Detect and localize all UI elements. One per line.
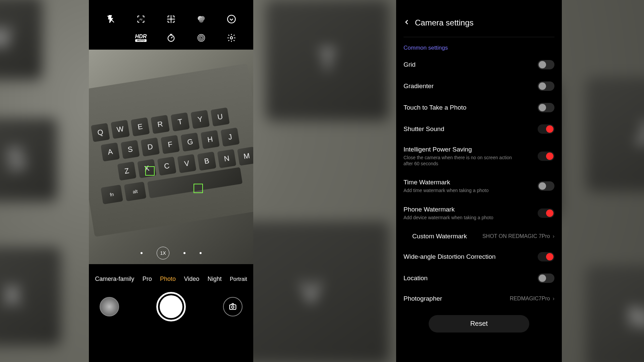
toggle-wide-angle[interactable] (538, 252, 554, 261)
focus-indicator (194, 184, 203, 193)
setting-title: Intelligent Power Saving (404, 146, 514, 153)
settings-header: Camera settings (404, 8, 554, 37)
filters-icon[interactable] (196, 13, 207, 25)
chevron-right-icon: › (553, 233, 554, 239)
svg-point-7 (227, 15, 235, 23)
flash-off-icon[interactable] (105, 13, 116, 25)
row-photographer[interactable]: Photographer REDMAGIC7Pro › (404, 289, 554, 308)
mode-strip: Camera-family Pro Photo Video Night Port… (89, 264, 253, 289)
motion-icon[interactable] (196, 32, 207, 44)
toggle-time-watermark[interactable] (538, 181, 554, 191)
mode-night[interactable]: Night (208, 276, 222, 283)
gallery-thumbnail[interactable] (100, 297, 119, 316)
camera-topbar: AI HDRAUTO (89, 0, 253, 47)
mode-portrait[interactable]: Portrait (230, 276, 247, 282)
hdr-auto-icon[interactable]: HDRAUTO (135, 32, 147, 44)
zoom-label: 1X (160, 250, 166, 256)
toggle-location[interactable] (538, 274, 554, 283)
svg-point-14 (232, 306, 234, 308)
camera-app: AI HDRAUTO /*rows drawn below manually*/ (89, 0, 253, 362)
custom-watermark-label: Custom Watermark (412, 233, 467, 240)
svg-text:AI: AI (140, 18, 143, 21)
svg-point-8 (168, 35, 174, 42)
shutter-button[interactable] (156, 292, 186, 321)
toggle-intelligent-power-saving[interactable] (538, 152, 554, 161)
photographer-value: REDMAGIC7Pro (510, 296, 550, 302)
svg-rect-13 (230, 305, 236, 309)
row-phone-watermark[interactable]: Phone WatermarkAdd device watermark when… (404, 200, 554, 227)
toggle-shutter-sound[interactable] (538, 124, 554, 134)
mode-photo[interactable]: Photo (160, 276, 176, 283)
camera-settings-panel: Camera settings Common settings GridGrad… (396, 0, 562, 362)
mode-pro[interactable]: Pro (143, 276, 152, 283)
setting-title: Grid (404, 61, 416, 68)
toggle-phone-watermark[interactable] (538, 208, 554, 218)
mode-video[interactable]: Video (184, 276, 200, 283)
focus-frame-icon[interactable] (165, 13, 177, 25)
svg-point-6 (199, 18, 204, 23)
custom-watermark-value: SHOT ON REDMAGIC 7Pro (482, 233, 550, 239)
ai-frame-icon[interactable]: AI (135, 13, 147, 25)
setting-subtitle: Add time watermark when taking a photo (404, 187, 489, 193)
row-location[interactable]: Location (404, 267, 554, 289)
setting-title: Touch to Take a Photo (404, 104, 467, 111)
row-time-watermark[interactable]: Time WatermarkAdd time watermark when ta… (404, 173, 554, 199)
row-grid[interactable]: Grid (404, 54, 554, 75)
focus-indicator (145, 166, 155, 176)
timer-icon[interactable] (165, 32, 177, 44)
section-common: Common settings (404, 45, 554, 51)
back-icon[interactable] (404, 18, 410, 27)
zoom-slider[interactable]: 1X (89, 247, 253, 259)
row-custom-watermark[interactable]: Custom Watermark SHOT ON REDMAGIC 7Pro › (404, 227, 554, 246)
wide-angle-label: Wide-angle Distortion Correction (404, 253, 496, 260)
flip-camera-button[interactable] (223, 297, 243, 316)
row-wide-angle[interactable]: Wide-angle Distortion Correction (404, 246, 554, 267)
toggle-gradienter[interactable] (538, 81, 554, 91)
toggle-touch-to-take-a-photo[interactable] (538, 103, 554, 112)
shutter-row (89, 289, 253, 331)
svg-point-9 (200, 37, 203, 39)
setting-subtitle: Close the camera when there is no on scr… (404, 155, 514, 167)
row-gradienter[interactable]: Gradienter (404, 75, 554, 97)
svg-point-10 (199, 36, 204, 40)
setting-title: Gradienter (404, 82, 434, 90)
more-dropdown-icon[interactable] (226, 13, 237, 25)
setting-title: Shutter Sound (404, 125, 444, 133)
mode-camera-family[interactable]: Camera-family (95, 276, 134, 283)
row-shutter-sound[interactable]: Shutter Sound (404, 118, 554, 140)
svg-point-12 (230, 37, 233, 39)
setting-subtitle: Add device watermark when taking a photo (404, 215, 493, 221)
setting-title: Time Watermark (404, 179, 489, 186)
settings-title: Camera settings (415, 18, 474, 27)
setting-title: Phone Watermark (404, 206, 493, 213)
settings-icon[interactable] (226, 32, 237, 44)
hdr-label: HDR (135, 34, 147, 39)
chevron-right-icon: › (553, 296, 554, 302)
row-intelligent-power-saving[interactable]: Intelligent Power SavingClose the camera… (404, 140, 554, 173)
toggle-grid[interactable] (538, 60, 554, 69)
location-label: Location (404, 275, 428, 282)
viewfinder[interactable]: /*rows drawn below manually*/ Q W E R T … (89, 50, 253, 264)
photographer-label: Photographer (404, 295, 442, 302)
reset-button[interactable]: Reset (429, 315, 529, 333)
row-touch-to-take-a-photo[interactable]: Touch to Take a Photo (404, 97, 554, 118)
hdr-sub-label: AUTO (135, 39, 147, 42)
